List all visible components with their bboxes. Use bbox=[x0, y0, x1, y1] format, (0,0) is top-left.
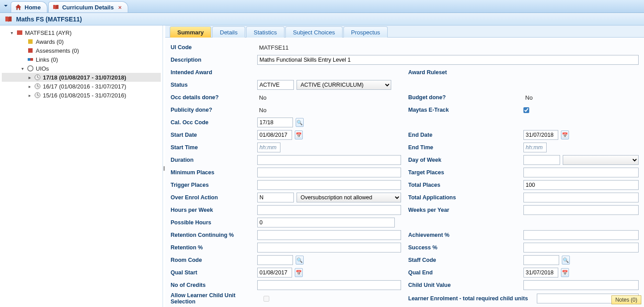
tree-uio-1718[interactable]: ▸ 17/18 (01/08/2017 - 31/07/2018) bbox=[2, 73, 161, 82]
chevron-down-icon[interactable]: ▾ bbox=[9, 30, 14, 35]
label-duration: Duration bbox=[171, 157, 254, 163]
svg-point-5 bbox=[28, 66, 33, 71]
ui-code-value: MATFSE11 bbox=[257, 44, 289, 51]
allow-select-checkbox[interactable] bbox=[263, 296, 269, 302]
tree-pane: ▾ MATFSE11 (AYR) Awards (0) Assessments … bbox=[0, 25, 163, 307]
day-of-week-input[interactable] bbox=[523, 155, 560, 165]
status-text-input[interactable] bbox=[257, 80, 294, 90]
tree-uio-1617[interactable]: ▸ 16/17 (01/08/2016 - 31/07/2017) bbox=[2, 82, 161, 91]
label-status: Status bbox=[171, 82, 254, 88]
label-possible-hours: Possible Hours bbox=[171, 219, 254, 226]
tree-uios[interactable]: ▾ UIOs bbox=[2, 64, 161, 73]
end-date-input[interactable] bbox=[523, 130, 558, 140]
tabstrip-menu-button[interactable] bbox=[2, 0, 10, 11]
tab-curriculum-details[interactable]: Curriculum Details × bbox=[48, 1, 128, 13]
room-code-input[interactable] bbox=[257, 255, 293, 265]
total-apps-input[interactable] bbox=[523, 193, 639, 202]
hours-per-week-input[interactable] bbox=[257, 205, 401, 215]
end-time-input[interactable] bbox=[523, 143, 547, 152]
calendar-icon[interactable]: 📅 bbox=[295, 130, 303, 139]
label-target-places: Target Places bbox=[408, 169, 520, 176]
book-icon bbox=[16, 29, 23, 36]
occ-done-value: No bbox=[257, 94, 267, 101]
tab-statistics[interactable]: Statistics bbox=[246, 26, 284, 38]
assessment-icon bbox=[27, 47, 34, 54]
trigger-places-input[interactable] bbox=[257, 180, 401, 190]
success-input[interactable] bbox=[523, 243, 639, 252]
label-weeks-per-year: Weeks per Year bbox=[408, 207, 520, 213]
chevron-right-icon[interactable]: ▸ bbox=[27, 93, 32, 98]
over-enrol-input[interactable] bbox=[257, 193, 294, 202]
tree-assessments[interactable]: Assessments (0) bbox=[2, 46, 161, 55]
staff-code-input[interactable] bbox=[523, 255, 559, 265]
chevron-down-icon[interactable]: ▾ bbox=[20, 66, 25, 71]
weeks-per-year-input[interactable] bbox=[523, 205, 639, 215]
clock-icon bbox=[34, 92, 41, 99]
tab-home-label: Home bbox=[25, 4, 41, 11]
tree-root[interactable]: ▾ MATFSE11 (AYR) bbox=[2, 28, 161, 37]
achievement-input[interactable] bbox=[523, 230, 639, 240]
search-icon[interactable]: 🔍 bbox=[296, 256, 304, 265]
tab-prospectus[interactable]: Prospectus bbox=[343, 26, 388, 38]
start-date-input[interactable] bbox=[257, 130, 292, 140]
target-places-input[interactable] bbox=[523, 168, 639, 177]
calendar-icon[interactable]: 📅 bbox=[295, 268, 303, 277]
min-places-input[interactable] bbox=[257, 168, 401, 177]
label-staff-code: Staff Code bbox=[408, 257, 520, 263]
close-icon[interactable]: × bbox=[118, 4, 122, 11]
retention-input[interactable] bbox=[257, 243, 401, 252]
notes-button[interactable]: Notes (0) bbox=[611, 295, 641, 304]
chevron-right-icon[interactable]: ▸ bbox=[27, 75, 32, 80]
label-trigger-places: Trigger Places bbox=[171, 182, 254, 188]
label-total-places: Total Places bbox=[408, 182, 520, 188]
label-qual-start: Qual Start bbox=[171, 269, 254, 276]
tab-subject-choices[interactable]: Subject Choices bbox=[285, 26, 343, 38]
svg-rect-2 bbox=[28, 48, 33, 53]
calendar-icon[interactable]: 📅 bbox=[561, 130, 569, 139]
chevron-right-icon[interactable]: ▸ bbox=[27, 84, 32, 89]
total-places-input[interactable] bbox=[523, 180, 639, 190]
description-input[interactable] bbox=[257, 55, 639, 65]
calendar-icon[interactable]: 📅 bbox=[561, 268, 569, 277]
retention-cont-input[interactable] bbox=[257, 230, 401, 240]
label-retention: Retention % bbox=[171, 244, 254, 251]
cal-occ-input[interactable] bbox=[257, 118, 293, 127]
svg-rect-4 bbox=[30, 58, 33, 61]
tab-summary[interactable]: Summary bbox=[170, 26, 211, 38]
child-unit-value-input[interactable] bbox=[523, 280, 639, 290]
search-icon[interactable]: 🔍 bbox=[296, 118, 304, 127]
app-tabstrip: Home Curriculum Details × bbox=[0, 0, 644, 13]
label-over-enrol: Over Enrol Action bbox=[171, 194, 254, 201]
tab-details[interactable]: Details bbox=[212, 26, 245, 38]
start-time-input[interactable] bbox=[257, 143, 280, 152]
tree-uio-1516[interactable]: ▸ 15/16 (01/08/2015 - 31/07/2016) bbox=[2, 91, 161, 100]
tree-links[interactable]: Links (0) bbox=[2, 55, 161, 64]
search-icon[interactable]: 🔍 bbox=[562, 256, 570, 265]
label-room-code: Room Code bbox=[171, 257, 254, 263]
no-credits-input[interactable] bbox=[257, 280, 401, 290]
label-occ-done: Occ details done? bbox=[171, 94, 254, 101]
label-day-of-week: Day of Week bbox=[408, 157, 520, 163]
maytas-checkbox[interactable] bbox=[523, 107, 529, 113]
tab-curriculum-label: Curriculum Details bbox=[62, 4, 114, 11]
link-award-ruleset[interactable]: Award Ruleset bbox=[408, 69, 520, 76]
possible-hours-input[interactable] bbox=[257, 218, 395, 227]
qual-end-input[interactable] bbox=[523, 268, 558, 278]
label-maytas: Maytas E-Track bbox=[408, 107, 520, 113]
day-of-week-select[interactable] bbox=[563, 155, 639, 165]
page-title: Maths FS (MATFSE11) bbox=[16, 16, 82, 23]
qual-start-input[interactable] bbox=[257, 268, 292, 278]
duration-input[interactable] bbox=[257, 155, 401, 165]
label-allow-select: Allow Learner Child Unit Selection bbox=[171, 292, 260, 305]
label-child-unit-value: Child Unit Value bbox=[408, 282, 520, 288]
label-intended-award: Intended Award bbox=[171, 69, 254, 76]
home-icon bbox=[15, 4, 22, 11]
svg-rect-0 bbox=[17, 30, 22, 35]
label-start-time: Start Time bbox=[171, 144, 254, 151]
svg-rect-3 bbox=[28, 58, 30, 61]
tab-home[interactable]: Home bbox=[11, 1, 47, 13]
tree-awards[interactable]: Awards (0) bbox=[2, 37, 161, 46]
status-select[interactable]: ACTIVE (CURRICULUM) bbox=[297, 80, 391, 90]
label-ui-code: UI Code bbox=[171, 44, 254, 50]
over-enrol-select[interactable]: Oversubscription not allowed bbox=[297, 193, 401, 202]
